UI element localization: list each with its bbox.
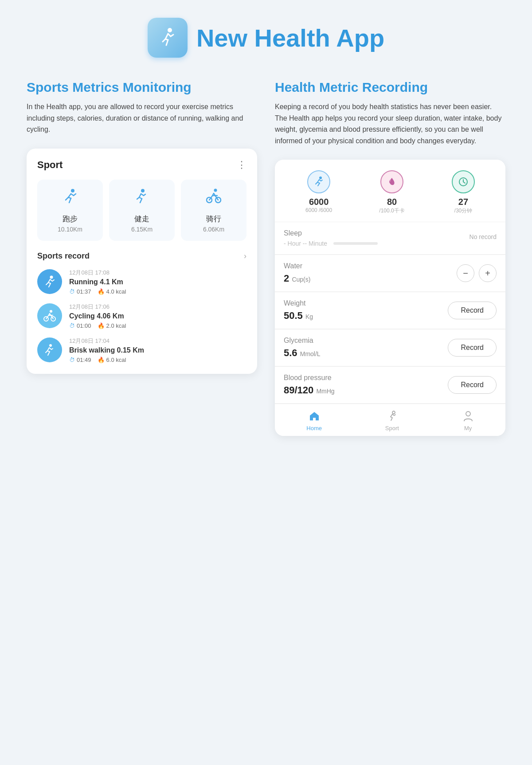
running-record-date: 12月08日 17:08 <box>69 269 246 277</box>
nav-sport-label: Sport <box>385 425 399 432</box>
running-name: 跑步 <box>42 214 98 224</box>
steps-value: 6000 <box>305 197 332 207</box>
health-metrics: Sleep - Hour -- Minute No record Water <box>275 222 505 404</box>
svg-point-2 <box>141 189 145 192</box>
blood-pressure-value: 89/120 MmHg <box>284 384 448 396</box>
metric-weight: Weight 50.5 Kg Record <box>275 292 505 329</box>
sleep-time-row: - Hour -- Minute <box>284 240 469 247</box>
home-icon <box>309 410 320 423</box>
time-value: 27 <box>452 197 475 207</box>
nav-home[interactable]: Home <box>306 410 322 432</box>
calories-icon-circle <box>380 170 403 193</box>
water-label: Water <box>284 262 457 270</box>
sport-panel-title: Sport <box>37 159 63 171</box>
clock-icon: ⏱ <box>69 288 75 295</box>
weight-left: Weight 50.5 Kg <box>284 299 448 322</box>
svg-point-0 <box>168 28 172 32</box>
svg-point-1 <box>71 189 74 192</box>
right-column: Health Metric Recording Keeping a record… <box>275 80 505 436</box>
record-list: 12月08日 17:08 Running 4.1 Km ⏱ 01:37 🔥 4.… <box>37 269 246 363</box>
metric-sleep: Sleep - Hour -- Minute No record <box>275 222 505 255</box>
walking-record-meta: ⏱ 01:49 🔥 6.0 kcal <box>69 357 246 363</box>
water-increase-button[interactable]: + <box>479 264 497 282</box>
running-duration: ⏱ 01:37 <box>69 288 91 295</box>
steps-label: 6000 /6000 <box>305 207 332 213</box>
sleep-right: No record <box>469 233 497 243</box>
sports-section-desc: In the Health app, you are allowed to re… <box>27 101 257 135</box>
sport-panel: Sport ⋮ 跑步 10.10Km <box>27 149 257 374</box>
glycemia-record-button[interactable]: Record <box>448 339 497 357</box>
cycle-icon <box>185 188 242 209</box>
cycling-calories: 🔥 2.0 kcal <box>98 322 126 329</box>
activity-card-running[interactable]: 跑步 10.10Km <box>37 180 103 241</box>
svg-point-10 <box>49 344 52 347</box>
flame-icon: 🔥 <box>98 288 105 295</box>
walking-duration: ⏱ 01:49 <box>69 357 91 363</box>
sports-record-header[interactable]: Sports record › <box>37 251 246 261</box>
main-content: Sports Metrics Monitoring In the Health … <box>27 80 505 436</box>
my-icon <box>462 410 474 423</box>
stat-calories: 80 /100.0千卡 <box>379 170 404 215</box>
weight-record-button[interactable]: Record <box>448 302 497 319</box>
cycling-duration: ⏱ 01:00 <box>69 322 91 329</box>
clock-icon-3: ⏱ <box>69 357 75 363</box>
sleep-label: Sleep <box>284 229 469 237</box>
svg-point-13 <box>392 411 395 414</box>
blood-pressure-left: Blood pressure 89/120 MmHg <box>284 374 448 396</box>
sport-icon <box>386 410 398 423</box>
water-decrease-button[interactable]: − <box>457 264 474 282</box>
running-calories: 🔥 4.0 kcal <box>98 288 126 295</box>
walking-record-date: 12月08日 17:04 <box>69 337 246 345</box>
app-title: New Health App <box>196 24 384 52</box>
record-item-running[interactable]: 12月08日 17:08 Running 4.1 Km ⏱ 01:37 🔥 4.… <box>37 269 246 295</box>
water-controls: − + <box>457 264 497 282</box>
weight-label: Weight <box>284 299 448 307</box>
stat-time: 27 /30分钟 <box>452 170 475 215</box>
cycling-record-info: 12月08日 17:06 Cycling 4.06 Km ⏱ 01:00 🔥 2… <box>69 303 246 329</box>
water-value: 2 Cup(s) <box>284 273 457 284</box>
left-column: Sports Metrics Monitoring In the Health … <box>27 80 257 436</box>
blood-pressure-record-button[interactable]: Record <box>448 376 497 394</box>
steps-icon-circle <box>307 170 330 193</box>
activity-grid: 跑步 10.10Km 健走 6.15Km <box>37 180 246 241</box>
walking-distance: 6.15Km <box>113 226 170 233</box>
nav-home-label: Home <box>306 425 322 432</box>
health-section-title: Health Metric Recording <box>275 80 505 95</box>
calories-label: /100.0千卡 <box>379 207 404 215</box>
sleep-progress-bar <box>333 242 378 245</box>
walk-icon <box>113 188 170 209</box>
nav-sport[interactable]: Sport <box>385 410 399 432</box>
glycemia-right: Record <box>448 339 497 357</box>
sleep-left: Sleep - Hour -- Minute <box>284 229 469 247</box>
glycemia-value: 5.6 Mmol/L <box>284 347 448 359</box>
walking-record-name: Brisk walking 0.15 Km <box>69 346 246 354</box>
metric-glycemia: Glycemia 5.6 Mmol/L Record <box>275 330 505 366</box>
running-record-name: Running 4.1 Km <box>69 278 246 286</box>
activity-card-cycling[interactable]: 骑行 6.06Km <box>181 180 246 241</box>
bottom-navigation: Home Sport <box>275 404 505 436</box>
walking-avatar <box>37 337 62 362</box>
blood-pressure-label: Blood pressure <box>284 374 448 382</box>
cycling-name: 骑行 <box>185 214 242 224</box>
flame-icon-2: 🔥 <box>98 322 105 329</box>
svg-point-7 <box>50 310 52 313</box>
weight-value: 50.5 Kg <box>284 310 448 322</box>
record-item-cycling[interactable]: 12月08日 17:06 Cycling 4.06 Km ⏱ 01:00 🔥 2… <box>37 303 246 329</box>
stat-steps: 6000 6000 /6000 <box>305 170 332 215</box>
water-left: Water 2 Cup(s) <box>284 262 457 284</box>
chevron-right-icon: › <box>244 251 246 261</box>
nav-my[interactable]: My <box>462 410 474 432</box>
health-stats-row: 6000 6000 /6000 80 /100.0千卡 <box>275 160 505 222</box>
cycling-distance: 6.06Km <box>185 226 242 233</box>
cycling-avatar <box>37 303 62 328</box>
health-panel: 6000 6000 /6000 80 /100.0千卡 <box>275 160 505 436</box>
record-item-walking[interactable]: 12月08日 17:04 Brisk walking 0.15 Km ⏱ 01:… <box>37 337 246 363</box>
activity-card-walking[interactable]: 健走 6.15Km <box>109 180 175 241</box>
more-options-icon[interactable]: ⋮ <box>237 159 246 171</box>
weight-right: Record <box>448 302 497 319</box>
cycling-record-date: 12月08日 17:06 <box>69 303 246 311</box>
run-icon <box>42 188 98 209</box>
svg-point-3 <box>214 188 217 192</box>
flame-icon-3: 🔥 <box>98 357 105 363</box>
sports-record-title: Sports record <box>37 251 90 261</box>
